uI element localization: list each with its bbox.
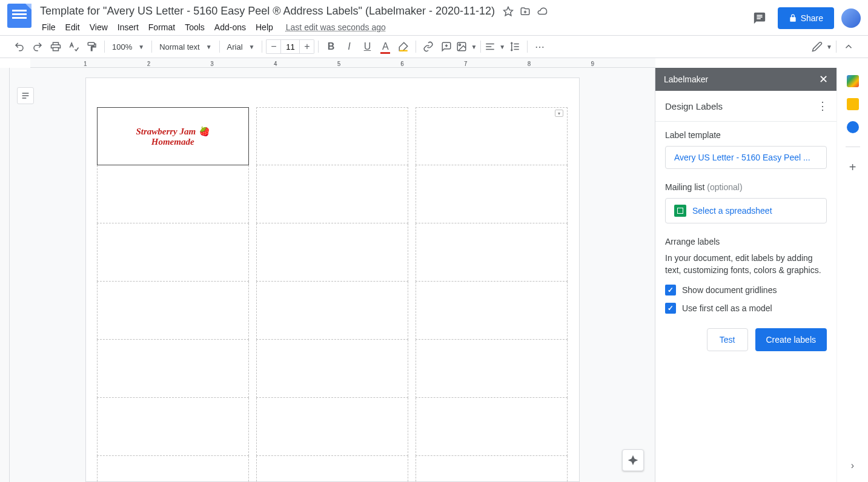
last-edit-link[interactable]: Last edit was seconds ago <box>286 22 386 32</box>
label-cell[interactable] <box>256 223 408 282</box>
menu-insert[interactable]: Insert <box>113 20 143 35</box>
underline-icon[interactable]: U <box>359 38 376 55</box>
menu-edit[interactable]: Edit <box>61 20 84 35</box>
italic-icon[interactable]: I <box>340 38 357 55</box>
label-cell[interactable] <box>97 456 249 482</box>
separator <box>836 41 837 53</box>
toolbar: 100%▼ Normal text▼ Arial▼ − + B I U A ▼ … <box>0 35 868 58</box>
keep-icon[interactable] <box>847 98 859 110</box>
collapse-icon[interactable] <box>840 38 857 55</box>
undo-icon[interactable] <box>11 38 28 55</box>
cell-dropdown-icon[interactable]: ▾ <box>555 110 563 117</box>
menu-view[interactable]: View <box>85 20 112 35</box>
chevron-down-icon: ▼ <box>249 44 255 50</box>
svg-rect-2 <box>53 48 59 51</box>
sidebar-title: Labelmaker <box>664 74 708 84</box>
template-select-button[interactable]: Avery US Letter - 5160 Easy Peel ... <box>665 146 827 169</box>
outline-toggle-icon[interactable] <box>17 87 34 104</box>
menu-addons[interactable]: Add-ons <box>210 20 250 35</box>
kebab-menu-icon[interactable]: ⋮ <box>817 99 827 113</box>
horizontal-ruler[interactable]: 1 2 3 4 5 6 7 8 9 <box>30 58 655 68</box>
user-avatar[interactable] <box>841 8 861 28</box>
font-dropdown[interactable]: Arial▼ <box>224 38 259 55</box>
label-cell[interactable] <box>416 340 568 398</box>
mailing-label: Mailing list <box>665 182 704 192</box>
docs-logo-icon[interactable] <box>7 4 31 28</box>
document-page[interactable]: Strawberry Jam 🍓 Homemade ▾ <box>85 78 580 482</box>
share-label: Share <box>801 13 823 23</box>
label-cell[interactable] <box>97 282 249 340</box>
label-cell[interactable] <box>97 398 249 456</box>
label-cell[interactable] <box>256 165 408 223</box>
line-spacing-icon[interactable] <box>506 38 523 55</box>
paint-format-icon[interactable] <box>84 38 101 55</box>
chevron-down-icon: ▼ <box>499 44 505 50</box>
font-size-increase[interactable]: + <box>300 39 314 54</box>
move-icon[interactable] <box>519 5 531 18</box>
redo-icon[interactable] <box>29 38 46 55</box>
style-value: Normal text <box>159 42 199 51</box>
highlight-icon[interactable] <box>395 38 412 55</box>
separator <box>219 41 220 53</box>
label-cell[interactable] <box>256 456 408 482</box>
font-size-decrease[interactable]: − <box>266 39 280 54</box>
spreadsheet-label: Select a spreadsheet <box>692 206 772 216</box>
label-cell[interactable] <box>97 165 249 223</box>
paragraph-style-dropdown[interactable]: Normal text▼ <box>156 38 215 55</box>
document-title[interactable]: Template for "Avery US Letter - 5160 Eas… <box>38 4 497 19</box>
chevron-down-icon: ▼ <box>826 44 832 50</box>
expand-side-panel-icon[interactable]: › <box>851 460 854 471</box>
align-icon[interactable]: ▼ <box>485 38 505 55</box>
print-icon[interactable] <box>47 38 64 55</box>
star-icon[interactable] <box>502 5 514 18</box>
tasks-icon[interactable] <box>847 121 859 133</box>
cloud-status-icon[interactable] <box>536 5 548 18</box>
ruler-mark: 5 <box>337 61 341 67</box>
insert-image-icon[interactable]: ▼ <box>456 38 477 55</box>
text-color-icon[interactable]: A <box>377 38 394 55</box>
font-size-input[interactable] <box>280 39 300 54</box>
label-cell[interactable] <box>416 456 568 482</box>
menu-file[interactable]: File <box>38 20 60 35</box>
label-cell-active[interactable]: Strawberry Jam 🍓 Homemade <box>97 107 249 165</box>
add-comment-icon[interactable] <box>438 38 455 55</box>
label-cell[interactable] <box>97 223 249 282</box>
label-cell[interactable] <box>416 398 568 456</box>
menu-format[interactable]: Format <box>144 20 179 35</box>
editing-mode-icon[interactable]: ▼ <box>812 38 832 55</box>
comments-icon[interactable] <box>749 7 770 29</box>
checkbox-gridlines[interactable]: ✓ Show document gridlines <box>665 285 827 295</box>
add-addon-icon[interactable]: + <box>849 160 856 174</box>
spellcheck-icon[interactable] <box>65 38 82 55</box>
more-icon[interactable]: ⋯ <box>531 38 548 55</box>
separator <box>151 41 152 53</box>
menu-help[interactable]: Help <box>251 20 277 35</box>
label-cell[interactable] <box>416 282 568 340</box>
select-spreadsheet-button[interactable]: Select a spreadsheet <box>665 198 827 223</box>
section-arrange: Arrange labels <box>665 237 827 246</box>
sidebar-body: Label template Avery US Letter - 5160 Ea… <box>655 122 837 360</box>
test-button[interactable]: Test <box>707 328 748 351</box>
insert-link-icon[interactable] <box>420 38 437 55</box>
share-button[interactable]: Share <box>778 7 834 29</box>
vertical-ruler[interactable] <box>0 68 10 482</box>
label-cell[interactable] <box>256 398 408 456</box>
label-cell[interactable] <box>416 165 568 223</box>
explore-icon[interactable] <box>622 449 644 471</box>
label-cell[interactable] <box>256 282 408 340</box>
close-icon[interactable]: ✕ <box>819 73 828 86</box>
label-cell[interactable] <box>97 340 249 398</box>
separator <box>846 147 860 147</box>
create-labels-button[interactable]: Create labels <box>755 328 827 351</box>
zoom-dropdown[interactable]: 100%▼ <box>108 38 148 55</box>
calendar-icon[interactable] <box>847 75 859 87</box>
label-cell[interactable] <box>256 340 408 398</box>
label-row <box>97 340 568 398</box>
menu-tools[interactable]: Tools <box>181 20 209 35</box>
checkbox-first-cell[interactable]: ✓ Use first cell as a model <box>665 303 827 314</box>
label-cell[interactable] <box>416 223 568 282</box>
label-cell[interactable] <box>416 107 568 165</box>
label-cell[interactable]: ▾ <box>256 107 408 165</box>
bold-icon[interactable]: B <box>322 38 339 55</box>
document-canvas[interactable]: Strawberry Jam 🍓 Homemade ▾ <box>10 68 655 482</box>
